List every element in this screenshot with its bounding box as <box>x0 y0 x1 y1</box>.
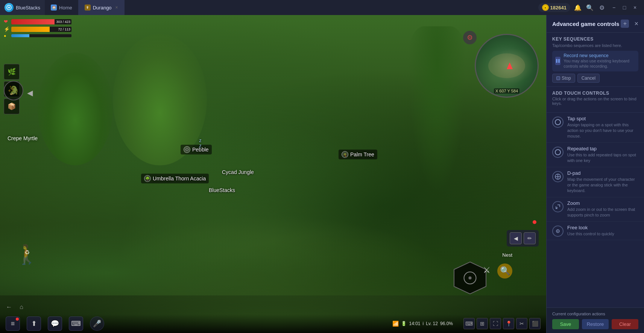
key-sequences-title: Key sequences <box>552 36 638 42</box>
game-tab-icon: 🗡 <box>85 5 91 11</box>
status-info: 📶 🔋 14:01 i Lv. 12 96.0% <box>392 321 453 327</box>
bottom-icon-1[interactable]: ⌨ <box>463 318 475 329</box>
restore-button[interactable]: Restore <box>582 319 609 329</box>
add-touch-title: Add touch controls <box>552 91 638 96</box>
magnify-icon[interactable]: 🔍 <box>497 263 512 279</box>
stamina-bar-container: ⚡ 72 / 113 <box>4 26 71 32</box>
tap-spot-icon <box>552 117 564 128</box>
chat-button[interactable]: 💬 <box>48 316 62 331</box>
zoom-icon <box>552 201 564 212</box>
bottom-icon-2[interactable]: ⊞ <box>477 318 488 329</box>
bottom-hud: ≡ ⬆ 💬 ⌨ 🎤 📶 🔋 14:01 i Lv. 12 96.0% ⌨ ⊞ ⛶… <box>0 314 546 333</box>
lightning-icon: ⚡ <box>4 26 10 32</box>
sleep-indicator: zz <box>199 138 202 148</box>
label-pebble[interactable]: ⬭ Pebble zz <box>181 145 212 154</box>
control-dpad[interactable]: D-pad Map the movement of your character… <box>547 167 644 197</box>
battery-status: 🔋 <box>401 321 407 326</box>
free-look-text: Free look Use this control to quickly <box>567 225 638 237</box>
health-bar-container: ❤ 303 / 423 <box>4 19 71 25</box>
minimize-button[interactable]: − <box>609 3 618 12</box>
label-crepe-myrtle[interactable]: Crepe Myrtle <box>8 135 38 141</box>
repeated-tap-text: Repeated tap Use this to add repeated ta… <box>567 146 638 164</box>
repeated-tap-name: Repeated tap <box>567 146 638 151</box>
bottom-icon-4[interactable]: 📍 <box>503 318 514 329</box>
palm-tree-icon: 🌴 <box>342 151 348 158</box>
nav-back[interactable]: ← <box>4 302 14 312</box>
exp-display: 96.0% <box>440 321 453 326</box>
tool-back-icon[interactable]: ◀ <box>510 232 522 244</box>
menu-button[interactable]: ≡ <box>6 316 20 331</box>
right-panel: Advanced game controls + × Key sequences… <box>546 15 644 333</box>
xp-fill <box>11 34 29 37</box>
control-zoom[interactable]: Zoom Add zoom in or out to the screen th… <box>547 197 644 222</box>
heart-icon: ❤ <box>4 19 10 25</box>
record-sequence-button[interactable]: Record new sequence You may also use exi… <box>552 51 638 71</box>
cancel-button[interactable]: Cancel <box>577 74 600 83</box>
tab-durango[interactable]: 🗡 Durango × <box>79 0 125 15</box>
dpad-icon <box>552 171 564 182</box>
label-cycad-jungle[interactable]: Cycad Jungle <box>222 169 254 175</box>
tap-spot-name: Tap spot <box>567 116 638 121</box>
title-bar: BlueStacks 🏠 Home 🗡 Durango × ● 182641 🔔… <box>0 0 644 15</box>
record-description: You may also use existing keyboard contr… <box>564 58 635 69</box>
add-control-button[interactable]: + <box>621 20 629 28</box>
mic-button[interactable]: 🎤 <box>90 316 104 331</box>
panel-scroll[interactable]: Key sequences Tap/combo sequences are li… <box>547 33 644 307</box>
add-touch-desc: Click or drag the actions on the screen … <box>552 97 638 106</box>
tap-spot-desc: Assign tapping on a spot with this actio… <box>567 122 638 139</box>
skill-icon-3[interactable]: 📦 <box>4 98 20 114</box>
clear-button[interactable]: Clear <box>612 319 638 329</box>
skill-icon-1[interactable]: 🌿 <box>4 64 20 80</box>
tab-home[interactable]: 🏠 Home <box>45 0 79 15</box>
dpad-text: D-pad Map the movement of your character… <box>567 170 638 194</box>
record-icon <box>555 57 560 65</box>
recycle-icon: ♻ <box>24 249 30 256</box>
label-nest[interactable]: Nest <box>502 252 512 258</box>
control-tap-spot[interactable]: Tap spot Assign tapping on a spot with t… <box>547 113 644 143</box>
free-look-icon <box>552 226 564 237</box>
sword-icon[interactable]: ⚔ <box>480 263 494 277</box>
svg-point-7 <box>555 150 560 155</box>
health-text: 303 / 423 <box>56 19 70 24</box>
window-controls: − □ × <box>609 3 639 12</box>
bottom-icon-6[interactable]: ⬛ <box>529 318 541 329</box>
minimap-settings-icon[interactable]: ⚙ <box>463 31 477 44</box>
nav-home[interactable]: ⌂ <box>16 302 27 312</box>
player-avatar[interactable]: 🐊 <box>4 81 23 100</box>
keyboard-button[interactable]: ⌨ <box>69 316 83 331</box>
svg-rect-5 <box>558 59 560 63</box>
time-display: 14:01 <box>409 321 420 326</box>
bottom-actions: Current configuration actions Save Resto… <box>547 307 644 333</box>
free-look-desc: Use this control to quickly <box>567 231 638 237</box>
settings-icon[interactable]: ⚙ <box>597 3 606 12</box>
tool-forward-icon[interactable]: ✏ <box>524 232 536 244</box>
label-palm-tree[interactable]: 🌴 Palm Tree <box>339 150 377 159</box>
bottom-icon-5[interactable]: ✂ <box>516 318 527 329</box>
record-label: Record new sequence <box>564 53 635 58</box>
control-free-look[interactable]: Free look Use this control to quickly <box>547 222 644 240</box>
bottom-icon-3[interactable]: ⛶ <box>490 318 501 329</box>
notification-icon[interactable]: 🔔 <box>573 3 582 12</box>
stop-button[interactable]: Stop <box>552 74 575 83</box>
repeated-tap-icon <box>552 147 564 158</box>
control-repeated-tap[interactable]: Repeated tap Use this to add repeated ta… <box>547 143 644 167</box>
label-umbrella-thorn[interactable]: 🌳 Umbrella Thorn Acacia <box>141 174 209 183</box>
minimap-inner: X 607 Y 584 <box>476 35 538 97</box>
level-display: i <box>422 321 424 326</box>
zoom-desc: Add zoom in or out to the screen that su… <box>567 207 638 218</box>
svg-point-3 <box>469 277 472 280</box>
close-button[interactable]: × <box>630 3 639 12</box>
app-name: BlueStacks <box>16 5 40 11</box>
save-button[interactable]: Save <box>552 319 579 329</box>
minimap-coords: X 607 Y 584 <box>494 88 519 94</box>
coin-icon: ● <box>542 4 549 11</box>
upload-button[interactable]: ⬆ <box>27 316 41 331</box>
maximize-button[interactable]: □ <box>620 3 629 12</box>
game-area: ❤ 303 / 423 ⚡ 72 / 113 ● <box>0 15 546 333</box>
zoom-name: Zoom <box>567 200 638 206</box>
avatar-arrow[interactable]: ◀ <box>27 88 33 97</box>
pebble-icon: ⬭ <box>184 146 190 153</box>
tap-spot-text: Tap spot Assign tapping on a spot with t… <box>567 116 638 139</box>
search-icon[interactable]: 🔍 <box>585 3 594 12</box>
panel-close-button[interactable]: × <box>634 20 638 28</box>
